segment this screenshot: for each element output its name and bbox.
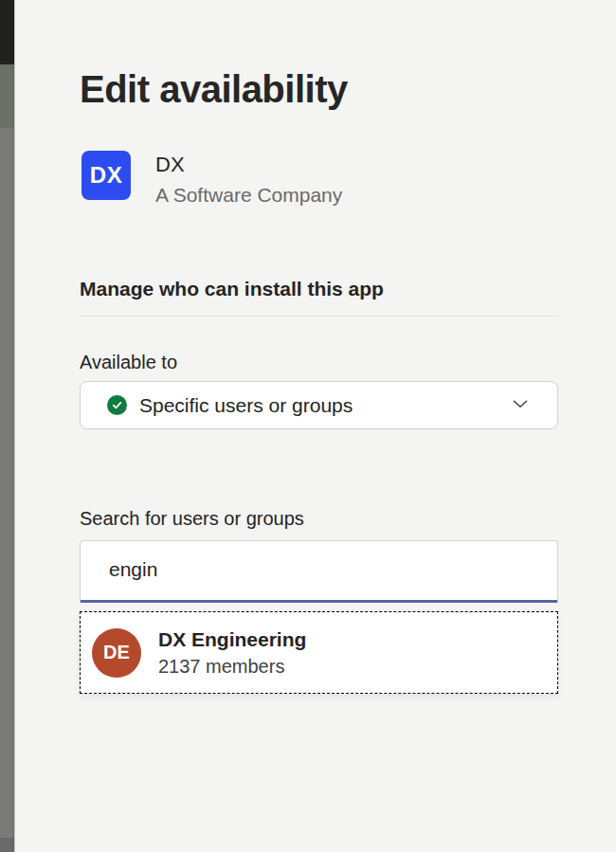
- app-logo: DX: [82, 151, 131, 200]
- panel-title: Edit availability: [80, 68, 348, 111]
- app-developer: A Software Company: [155, 183, 342, 208]
- available-to-label: Available to: [80, 352, 177, 373]
- background-page-strip: [0, 0, 14, 852]
- app-name: DX: [155, 152, 342, 178]
- section-heading: Manage who can install this app: [80, 278, 384, 300]
- group-members-count: 2137 members: [158, 655, 306, 678]
- check-circle-icon: [107, 395, 127, 415]
- background-content: [0, 128, 14, 838]
- search-input[interactable]: [109, 541, 526, 598]
- section-divider: [80, 316, 558, 317]
- app-summary: DX DX A Software Company: [82, 151, 342, 208]
- background-banner: [0, 64, 14, 128]
- chevron-down-icon: [510, 393, 531, 418]
- available-to-dropdown[interactable]: Specific users or groups: [80, 381, 558, 429]
- edit-availability-panel: Edit availability DX DX A Software Compa…: [14, 0, 616, 852]
- background-footer: [0, 838, 14, 852]
- available-to-value: Specific users or groups: [139, 394, 510, 417]
- search-field: [80, 540, 558, 603]
- search-label: Search for users or groups: [80, 508, 304, 530]
- suggestion-item[interactable]: DE DX Engineering 2137 members: [80, 611, 558, 694]
- group-name: DX Engineering: [158, 627, 306, 652]
- background-topbar: [0, 0, 14, 64]
- group-avatar: DE: [92, 628, 141, 678]
